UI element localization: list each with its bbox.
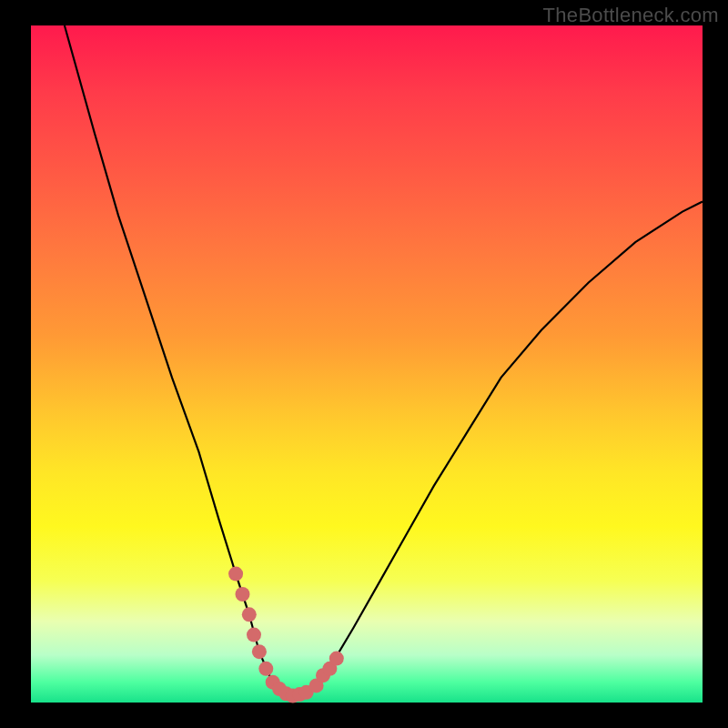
- curve-marker: [252, 644, 267, 659]
- curve-marker: [228, 567, 243, 581]
- curve-markers: [228, 567, 344, 703]
- curve-marker: [258, 662, 273, 676]
- chart-plot-area: [31, 25, 703, 703]
- curve-marker: [329, 652, 344, 666]
- bottleneck-curve: [31, 25, 703, 703]
- curve-line: [65, 25, 703, 696]
- curve-marker: [242, 607, 257, 622]
- curve-marker: [236, 587, 250, 602]
- watermark-text: TheBottleneck.com: [543, 4, 719, 27]
- curve-marker: [247, 628, 261, 642]
- chart-frame: TheBottleneck.com: [0, 0, 728, 728]
